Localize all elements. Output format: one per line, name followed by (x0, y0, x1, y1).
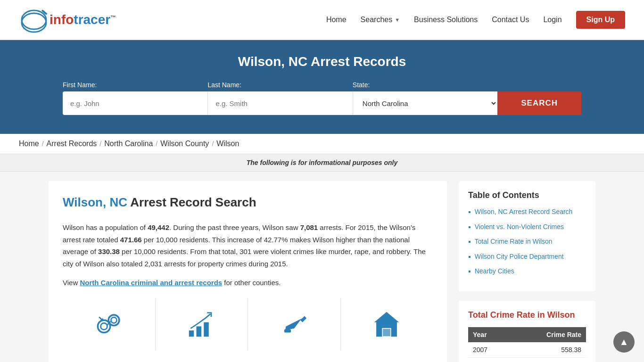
icon-block-handcuffs (63, 298, 156, 350)
breadcrumb-home[interactable]: Home (19, 140, 39, 148)
svg-rect-15 (383, 328, 391, 337)
cell-rate: 558.38 (510, 342, 586, 358)
svg-point-6 (111, 317, 116, 323)
nc-link-prefix: View (63, 279, 80, 287)
svg-rect-12 (204, 322, 209, 337)
handcuffs-icon (92, 308, 125, 341)
toc-link-2[interactable]: Violent vs. Non-Violent Crimes (475, 222, 564, 232)
body2: . During the past three years, Wilson sa… (169, 223, 300, 231)
article-title-rest: Arrest Record Search (127, 195, 256, 209)
rate2: 330.38 (98, 247, 120, 255)
toc-link-4[interactable]: Wilson City Police Department (475, 252, 564, 262)
breadcrumb-sep-1: / (42, 140, 44, 148)
last-name-label: Last Name: (207, 81, 241, 89)
toc-link-5[interactable]: Nearby Cities (475, 267, 514, 276)
toc-link-3[interactable]: Total Crime Rate in Wilson (475, 237, 553, 247)
site-header: infotracer™ Home Searches ▼ Business Sol… (0, 0, 644, 40)
last-name-input[interactable] (207, 91, 352, 115)
breadcrumb-wilson-county[interactable]: Wilson County (160, 140, 209, 148)
crime-rate-table: Year Crime Rate 2007558.38 (468, 327, 586, 358)
svg-rect-11 (197, 326, 202, 337)
crime-rate-box: Total Crime Rate in Wilson Year Crime Ra… (459, 301, 595, 362)
arrests: 7,081 (300, 223, 318, 231)
nc-link-suffix: for other counties. (222, 279, 281, 287)
svg-rect-10 (189, 330, 194, 337)
article-title: Wilson, NC Arrest Record Search (63, 195, 433, 210)
scroll-top-button[interactable]: ▲ (613, 331, 635, 353)
svg-line-9 (99, 317, 101, 319)
nav-searches[interactable]: Searches ▼ (361, 16, 400, 24)
search-button[interactable]: SEARCH (497, 91, 581, 115)
col-year: Year (468, 327, 510, 342)
toc-bullet-4: ▪ (468, 253, 471, 261)
nav-home[interactable]: Home (326, 16, 347, 24)
svg-point-5 (108, 314, 119, 325)
rate1: 471.66 (120, 236, 142, 244)
toc-bullet-3: ▪ (468, 238, 471, 246)
svg-point-4 (100, 323, 107, 329)
search-form: First Name: Last Name: State: AlabamaAla… (63, 81, 581, 115)
breadcrumb-sep-4: / (212, 140, 214, 148)
toc-item-4: ▪ Wilson City Police Department (468, 252, 586, 262)
state-label: State: (353, 81, 370, 89)
nav-contact-us[interactable]: Contact Us (492, 16, 529, 24)
toc-bullet-2: ▪ (468, 223, 471, 231)
nc-records-link[interactable]: North Carolina criminal and arrest recor… (80, 279, 222, 287)
breadcrumb-sep-2: / (99, 140, 101, 148)
icon-block-gun (248, 298, 341, 350)
icon-block-house (341, 298, 433, 350)
col-crime-rate: Crime Rate (510, 327, 586, 342)
first-name-label: First Name: (63, 81, 97, 89)
gun-icon (278, 308, 311, 341)
logo-text: infotracer™ (50, 12, 116, 27)
breadcrumb-arrest-records[interactable]: Arrest Records (47, 140, 97, 148)
article-body-paragraph: Wilson has a population of 49,442. Durin… (63, 222, 433, 270)
toc-item-5: ▪ Nearby Cities (468, 267, 586, 276)
breadcrumb-wilson[interactable]: Wilson (216, 140, 239, 148)
logo[interactable]: infotracer™ (19, 5, 116, 35)
toc-bullet-1: ▪ (468, 208, 471, 216)
nav-business-solutions[interactable]: Business Solutions (414, 16, 478, 24)
nav-signup[interactable]: Sign Up (576, 11, 625, 29)
svg-rect-13 (284, 329, 291, 332)
logo-icon (19, 5, 50, 35)
crime-table-header-row: Year Crime Rate (468, 327, 586, 342)
toc-item-1: ▪ Wilson, NC Arrest Record Search (468, 207, 586, 217)
article-title-highlight: Wilson, NC (63, 195, 127, 209)
main-nav: Home Searches ▼ Business Solutions Conta… (326, 11, 625, 29)
nc-link-paragraph: View North Carolina criminal and arrest … (63, 277, 433, 289)
toc-link-1[interactable]: Wilson, NC Arrest Record Search (475, 207, 573, 217)
chevron-down-icon: ▼ (395, 17, 400, 23)
breadcrumb-north-carolina[interactable]: North Carolina (104, 140, 153, 148)
article-section: Wilson, NC Arrest Record Search Wilson h… (49, 181, 447, 362)
nav-login[interactable]: Login (543, 16, 561, 24)
toc-item-3: ▪ Total Crime Rate in Wilson (468, 237, 586, 247)
icons-row (63, 298, 433, 350)
icon-block-chart (156, 298, 248, 350)
toc-box: Table of Contents ▪ Wilson, NC Arrest Re… (459, 181, 595, 291)
first-name-input[interactable] (63, 91, 207, 115)
right-sidebar: Table of Contents ▪ Wilson, NC Arrest Re… (459, 181, 595, 362)
first-name-group: First Name: (63, 81, 207, 115)
table-row: 2007558.38 (468, 342, 586, 358)
breadcrumb-sep-3: / (156, 140, 157, 148)
chart-icon (185, 308, 218, 341)
population: 49,442 (148, 223, 169, 231)
toc-item-2: ▪ Violent vs. Non-Violent Crimes (468, 222, 586, 232)
toc-title: Table of Contents (468, 190, 586, 200)
info-banner: The following is for informational purpo… (0, 154, 644, 172)
last-name-group: Last Name: (207, 81, 352, 115)
body1: Wilson has a population of (63, 223, 148, 231)
house-icon (370, 308, 403, 341)
main-content: Wilson, NC Arrest Record Search Wilson h… (39, 172, 605, 362)
state-group: State: AlabamaAlaskaArizonaArkansasCalif… (353, 81, 497, 115)
page-title: Wilson, NC Arrest Records (19, 54, 625, 69)
crime-rate-title: Total Crime Rate in Wilson (468, 310, 586, 320)
toc-bullet-5: ▪ (468, 267, 471, 276)
state-select[interactable]: AlabamaAlaskaArizonaArkansasCaliforniaCo… (353, 91, 497, 115)
breadcrumb: Home / Arrest Records / North Carolina /… (0, 134, 644, 154)
hero-section: Wilson, NC Arrest Records First Name: La… (0, 40, 644, 134)
cell-year: 2007 (468, 342, 510, 358)
crime-table-body: 2007558.38 (468, 342, 586, 358)
